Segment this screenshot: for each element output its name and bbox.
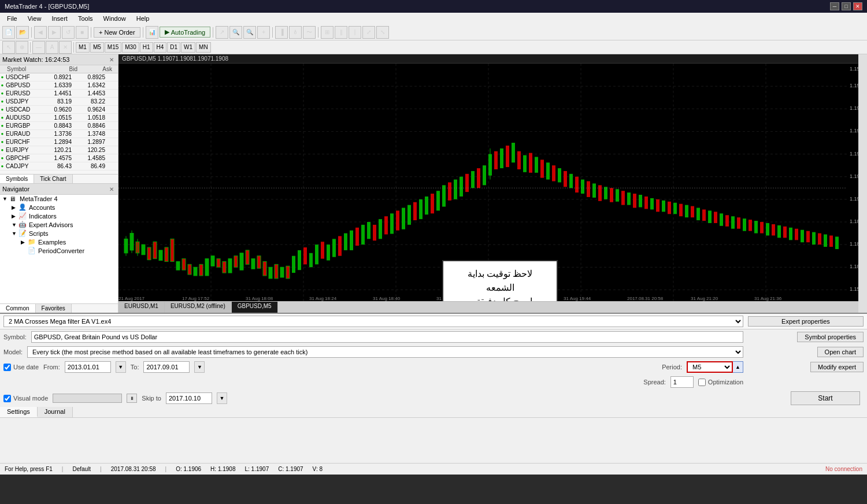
to-date-picker[interactable]: ▼ <box>194 361 205 373</box>
crosshair-tool[interactable]: ⊕ <box>16 41 28 54</box>
model-select[interactable]: Every tick (the most precise method base… <box>27 346 743 358</box>
expert-properties-button[interactable]: Expert properties <box>748 316 864 327</box>
visual-mode-checkbox[interactable] <box>3 395 11 402</box>
tree-item-examples[interactable]: ▶ 📁 Examples <box>0 238 118 246</box>
chart-tab-gbpusd-m5[interactable]: GBPUSD,M5 <box>232 302 278 313</box>
to-date-input[interactable] <box>143 361 190 373</box>
back-btn[interactable]: ◀ <box>34 26 47 39</box>
tab-symbols[interactable]: Symbols <box>0 175 34 183</box>
list-item[interactable]: ●USDJPY83.1983.22 <box>0 98 118 106</box>
line-chart-btn[interactable]: 〜 <box>303 26 316 39</box>
list-item[interactable]: ●CADJPY86.4386.49 <box>0 162 118 171</box>
new-btn[interactable]: 📄 <box>2 26 15 39</box>
tf-m1[interactable]: M1 <box>76 42 90 53</box>
start-button[interactable]: Start <box>791 391 860 405</box>
list-item[interactable]: ●EURJPY120.21120.25 <box>0 146 118 154</box>
menu-window[interactable]: Window <box>99 14 131 23</box>
title-bar-controls: ─ □ ✕ <box>830 2 862 10</box>
optimization-checkbox[interactable] <box>698 379 706 386</box>
list-item[interactable]: ●USDCHF0.89210.8925 <box>0 73 118 81</box>
use-date-checkbox[interactable] <box>3 364 11 371</box>
menu-insert[interactable]: Insert <box>47 14 72 23</box>
list-item[interactable]: ●GBPUSD1.63391.6342 <box>0 81 118 90</box>
line-tool[interactable]: — <box>32 41 45 54</box>
tree-item-indicators[interactable]: ▶ 📈 Indicators <box>0 212 118 220</box>
tf-d1[interactable]: D1 <box>167 42 180 53</box>
svg-rect-158 <box>777 225 781 238</box>
tab-settings[interactable]: Settings <box>0 407 38 417</box>
tf-m5[interactable]: M5 <box>90 42 104 53</box>
autotrading-button[interactable]: ▶ AutoTrading <box>160 27 211 38</box>
chart-btn1[interactable]: 📊 <box>146 26 158 39</box>
chart-tab-eurusd-m1[interactable]: EURUSD,M1 <box>118 302 165 313</box>
spread-input[interactable] <box>670 376 694 388</box>
tree-item-scripts[interactable]: ▼ 📝 Scripts <box>0 229 118 238</box>
stop-btn[interactable]: ■ <box>76 26 88 39</box>
forward-btn[interactable]: ▶ <box>48 26 61 39</box>
tf-h4[interactable]: H4 <box>154 42 167 53</box>
pause-button[interactable]: ⏸ <box>127 394 137 403</box>
vol-btn[interactable]: ∥ <box>335 26 347 39</box>
list-item[interactable]: ●EURAUD1.37361.3748 <box>0 130 118 138</box>
open-btn[interactable]: 📂 <box>16 26 29 39</box>
bar-chart-btn[interactable]: ▐ <box>275 26 288 39</box>
period-sep-btn[interactable]: | <box>349 26 361 39</box>
tree-item-accounts[interactable]: ▶ 👤 Accounts <box>0 203 118 212</box>
tf-w1[interactable]: W1 <box>181 42 195 53</box>
candlestick-btn[interactable]: 🕯 <box>289 26 302 39</box>
visual-slider[interactable] <box>53 394 122 403</box>
right-scrollbar[interactable] <box>858 54 867 313</box>
tab-journal[interactable]: Journal <box>38 407 73 417</box>
tab-tick-chart[interactable]: Tick Chart <box>34 175 72 183</box>
tf-h1[interactable]: H1 <box>140 42 153 53</box>
period-increment-button[interactable]: ▲ <box>733 361 743 373</box>
skip-to-input[interactable] <box>166 392 212 404</box>
close-button[interactable]: ✕ <box>853 2 862 10</box>
new-order-button[interactable]: + New Order <box>94 27 140 38</box>
indicator-btn[interactable]: ↗ <box>216 26 228 39</box>
skip-to-picker[interactable]: ▼ <box>217 392 227 404</box>
list-item[interactable]: ●USDCAD0.96200.9624 <box>0 106 118 114</box>
chart-canvas[interactable]: 1.1530 1.1525 1.1920 1.1915 1.1910 1.190… <box>118 64 858 301</box>
symbol-input[interactable] <box>31 331 743 343</box>
list-item[interactable]: ●EURCHF1.28941.2897 <box>0 138 118 146</box>
tf-m30[interactable]: M30 <box>122 42 139 53</box>
open-chart-button[interactable]: Open chart <box>817 347 864 357</box>
grid-btn[interactable]: ⊞ <box>321 26 334 39</box>
modify-expert-button[interactable]: Modify expert <box>810 362 864 372</box>
tree-item-metatrader4[interactable]: ▼ 🖥 MetaTrader 4 <box>0 195 118 203</box>
cursor-tool[interactable]: ↖ <box>2 41 15 54</box>
zoom-in-btn[interactable]: 🔍 <box>229 26 242 39</box>
zoom-out-btn[interactable]: 🔍 <box>243 26 256 39</box>
chart-shift-btn[interactable]: ⤢ <box>362 26 375 39</box>
tree-item-period-converter[interactable]: 📄 PeriodConverter <box>0 246 118 255</box>
list-item[interactable]: ●EURGBP0.88430.8846 <box>0 122 118 130</box>
tree-item-expert-advisors[interactable]: ▼ 🤖 Expert Advisors <box>0 220 118 229</box>
symbol-properties-button[interactable]: Symbol properties <box>797 332 864 342</box>
chart-tab-eurusd-m2[interactable]: EURUSD,M2 (offline) <box>165 302 232 313</box>
list-item[interactable]: ●AUDUSD1.05151.0518 <box>0 114 118 122</box>
from-date-picker[interactable]: ▼ <box>116 361 126 373</box>
crosshair-btn[interactable]: + <box>257 26 270 39</box>
list-item[interactable]: ●EURUSD1.44511.4453 <box>0 90 118 98</box>
refresh-btn[interactable]: ↺ <box>62 26 75 39</box>
tf-mn[interactable]: MN <box>196 42 211 53</box>
list-item[interactable]: ●GBPCHF1.45751.4585 <box>0 154 118 162</box>
tf-m15[interactable]: M15 <box>105 42 121 53</box>
market-watch-close[interactable]: ✕ <box>108 55 116 64</box>
tab-common[interactable]: Common <box>0 304 36 313</box>
delete-tool[interactable]: ✕ <box>59 41 72 54</box>
menu-help[interactable]: Help <box>132 14 154 23</box>
menu-tools[interactable]: Tools <box>73 14 98 23</box>
maximize-button[interactable]: □ <box>842 2 851 10</box>
tab-favorites[interactable]: Favorites <box>36 304 72 313</box>
autoscroll-btn[interactable]: ⤡ <box>376 26 389 39</box>
minimize-button[interactable]: ─ <box>830 2 839 10</box>
menu-view[interactable]: View <box>23 14 46 23</box>
navigator-close[interactable]: ✕ <box>108 185 116 193</box>
expert-advisor-select[interactable]: 2 MA Crosses Mega filter EA V1.ex4 <box>3 316 743 327</box>
text-tool[interactable]: A <box>46 41 58 54</box>
menu-file[interactable]: File <box>2 14 22 23</box>
period-select[interactable]: M5M1M15H1 <box>687 361 733 373</box>
from-date-input[interactable] <box>65 361 111 373</box>
